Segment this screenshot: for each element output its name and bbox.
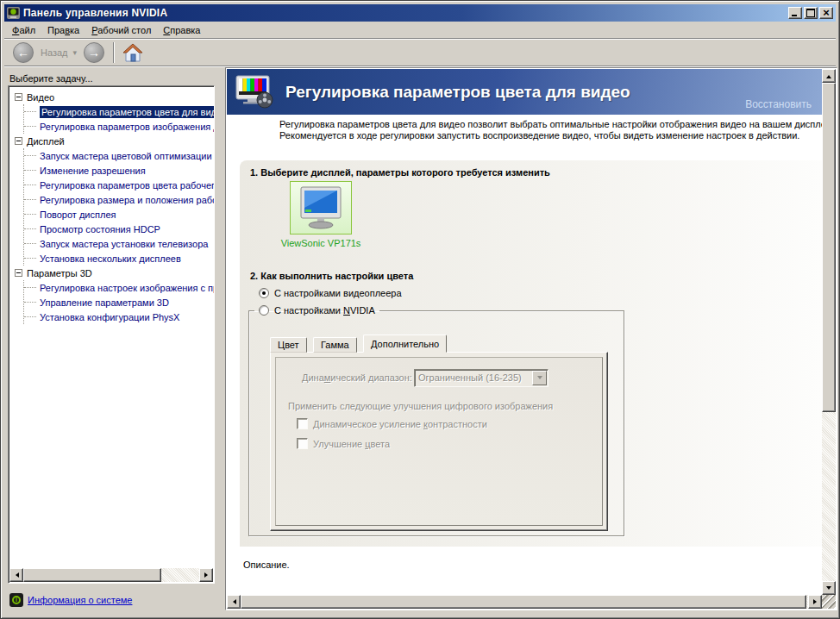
toolbar: ← Назад ▾ → — [4, 40, 836, 66]
restore-link[interactable]: Восстановить — [745, 98, 812, 110]
tree-node-video[interactable]: Видео — [10, 90, 214, 104]
section2-heading: 2. Как выполнить настройки цвета — [250, 271, 413, 281]
tree-node-display[interactable]: Дисплей — [10, 134, 214, 148]
task-tree: Видео Регулировка параметров цвета для в… — [8, 85, 215, 584]
scroll-up-button[interactable] — [822, 69, 836, 83]
scroll-down-button[interactable] — [822, 581, 836, 595]
tab-color[interactable]: Цвет — [270, 337, 307, 353]
sidebar-caption: Выберите задачу... — [9, 73, 93, 84]
back-dropdown-caret-icon[interactable]: ▾ — [73, 48, 78, 57]
intro-text-line1: Регулировка параметров цвета для видео п… — [279, 119, 823, 129]
tree-group-video: Видео Регулировка параметров цвета для в… — [10, 90, 214, 134]
dynamic-range-dropdown[interactable]: Ограниченный (16-235) — [414, 369, 549, 387]
tree-item-rotate-display[interactable]: Поворот дисплея — [24, 207, 214, 222]
video-color-icon — [235, 75, 275, 109]
back-button-label: Назад — [41, 47, 68, 58]
menu-file[interactable]: Файл — [6, 23, 41, 37]
home-icon[interactable] — [122, 43, 143, 62]
display-name-label: ViewSonic VP171s — [264, 238, 378, 248]
titlebar[interactable]: Панель управления NVIDIA — [4, 4, 836, 22]
tree-item-physx[interactable]: Установка конфигурации PhysX — [24, 310, 214, 324]
checkbox-color-enhancement[interactable]: Улучшение цвета — [297, 438, 390, 449]
system-info-icon: i — [9, 593, 23, 607]
content-block: 1. Выберите дисплей, параметры которого … — [240, 160, 824, 547]
vertical-scrollbar-thumb[interactable] — [822, 83, 836, 412]
menubar: Файл Правка Рабочий стол Справка — [4, 22, 836, 39]
scrollbar-thumb[interactable] — [23, 568, 161, 582]
minimize-button[interactable] — [788, 7, 802, 19]
resize-grip[interactable] — [822, 595, 836, 609]
nvidia-app-icon — [7, 7, 20, 19]
description-text: Описание. — [243, 560, 290, 570]
radio-icon — [259, 305, 269, 316]
checkbox-dynamic-contrast[interactable]: Динамическое усиление контрастности — [297, 418, 487, 429]
tree-item-multiple-displays[interactable]: Установка нескольких дисплеев — [24, 251, 214, 266]
enhancements-caption: Применить следующие улучшения цифрового … — [288, 401, 553, 411]
tree-item-video-image-settings[interactable]: Регулировка параметров изображения д — [24, 119, 214, 134]
collapse-icon[interactable] — [15, 137, 22, 145]
dropdown-value: Ограниченный (16-235) — [418, 372, 522, 383]
close-button[interactable] — [819, 7, 833, 19]
tree-item-3d-image-settings[interactable]: Регулировка настроек изображения с пр — [24, 280, 214, 295]
forward-button[interactable]: → — [84, 42, 104, 63]
tree-item-color-wizard[interactable]: Запуск мастера цветовой оптимизации — [24, 148, 214, 163]
section1-heading: 1. Выберите дисплей, параметры которого … — [250, 167, 550, 178]
dropdown-arrow-button[interactable] — [532, 371, 547, 385]
maximize-button[interactable] — [804, 7, 818, 19]
horizontal-scrollbar-thumb[interactable] — [241, 595, 806, 609]
menu-help[interactable]: Справка — [157, 23, 206, 37]
toolbar-separator — [113, 42, 114, 63]
collapse-icon[interactable] — [15, 269, 22, 277]
system-info-row: i Информация о системе — [9, 593, 132, 607]
display-selector-tile[interactable] — [290, 181, 352, 234]
page-banner: Регулировка параметров цвета для видео В… — [227, 69, 824, 115]
radio-icon — [259, 288, 269, 298]
advanced-tab-panel: Динамический диапазон: Ограниченный (16-… — [270, 352, 608, 531]
nvidia-settings-group: С настройками NVIDIA Цвет Гамма Дополнит… — [248, 305, 624, 536]
monitor-icon — [297, 185, 345, 230]
menu-edit[interactable]: Правка — [41, 23, 85, 37]
app-window: Панель управления NVIDIA Файл Правка Раб… — [0, 0, 840, 619]
tree-group-display: Дисплей Запуск мастера цветовой оптимиза… — [10, 134, 214, 266]
radio-video-player-settings[interactable]: С настройками видеоплеера — [259, 288, 402, 298]
window-title: Панель управления NVIDIA — [23, 7, 167, 19]
collapse-icon[interactable] — [15, 93, 22, 101]
tree-node-3d[interactable]: Параметры 3D — [10, 266, 214, 280]
intro-text-line2: Рекомендуется в ходе регулировки запусти… — [279, 130, 823, 141]
menu-desktop[interactable]: Рабочий стол — [85, 23, 157, 37]
tree-group-3d: Параметры 3D Регулировка настроек изобра… — [10, 266, 214, 324]
tree-item-change-resolution[interactable]: Изменение разрешения — [24, 163, 214, 178]
system-info-link[interactable]: Информация о системе — [28, 595, 132, 605]
checkbox-icon — [297, 438, 308, 449]
back-arrow-icon: ← — [17, 46, 29, 59]
tree-item-video-color-settings[interactable]: Регулировка параметров цвета для вид — [24, 104, 214, 119]
back-button[interactable]: ← — [13, 42, 34, 63]
page-title: Регулировка параметров цвета для видео — [285, 83, 630, 102]
tab-advanced[interactable]: Дополнительно — [363, 335, 447, 353]
tree-item-size-position[interactable]: Регулировка размера и положения рабоч — [24, 192, 214, 207]
tree-horizontal-scrollbar — [9, 568, 213, 582]
tree-item-desktop-color[interactable]: Регулировка параметров цвета рабочег — [24, 178, 214, 192]
chevron-down-icon — [537, 376, 542, 382]
checkbox-icon — [297, 418, 308, 429]
color-settings-tabs: Цвет Гамма Дополнительно Динамический ди… — [270, 335, 608, 531]
scroll-right-button[interactable] — [199, 568, 213, 582]
tree-item-tv-wizard[interactable]: Запуск мастера установки телевизора — [24, 236, 214, 251]
radio-nvidia-settings[interactable]: С настройками NVIDIA — [259, 305, 375, 316]
tree-item-3d-manage[interactable]: Управление параметрами 3D — [24, 295, 214, 310]
forward-arrow-icon: → — [88, 46, 100, 59]
scroll-left-button[interactable] — [9, 568, 23, 582]
advanced-tab-inner: Динамический диапазон: Ограниченный (16-… — [275, 357, 603, 526]
scroll-left-button[interactable] — [227, 595, 241, 609]
scroll-right-button[interactable] — [808, 595, 822, 609]
dynamic-range-label: Динамический диапазон: — [302, 372, 412, 383]
tree-item-hdcp-status[interactable]: Просмотр состояния HDCP — [24, 222, 214, 236]
main-pane: Регулировка параметров цвета для видео В… — [225, 67, 837, 610]
tab-gamma[interactable]: Гамма — [313, 337, 357, 353]
